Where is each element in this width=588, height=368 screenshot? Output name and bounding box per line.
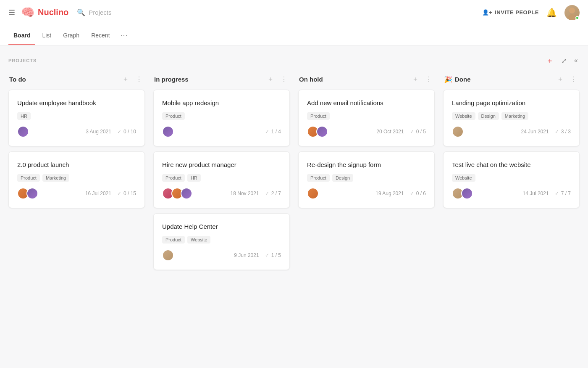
user-avatar-wrap[interactable] bbox=[564, 5, 580, 20]
card[interactable]: Re-design the signup form ProductDesign … bbox=[298, 151, 435, 208]
card-date: 16 Jul 2021 bbox=[85, 191, 111, 196]
tasks-check-icon: ✓ bbox=[410, 191, 414, 196]
card-title: Update employee handbook bbox=[17, 98, 136, 107]
tasks-count: 7 / 7 bbox=[561, 191, 571, 196]
tasks-count: 2 / 7 bbox=[271, 191, 281, 196]
tasks-count: 1 / 5 bbox=[271, 252, 281, 258]
collapse-button[interactable]: « bbox=[572, 55, 580, 66]
card-avatar bbox=[461, 188, 473, 199]
tab-recent[interactable]: Recent bbox=[86, 27, 115, 45]
card-tags: HR bbox=[17, 112, 136, 120]
card[interactable]: Mobile app redesign Product ✓ 1 / 4 bbox=[153, 90, 290, 146]
card-tasks: ✓ 3 / 3 bbox=[555, 129, 571, 135]
card[interactable]: Test live chat on the website Website 14… bbox=[443, 151, 580, 208]
card-meta-right: 3 Aug 2021 ✓ 0 / 10 bbox=[86, 129, 136, 135]
card-tags: ProductMarketing bbox=[17, 174, 136, 182]
search-area[interactable]: 🔍 Projects bbox=[77, 8, 482, 16]
tasks-check-icon: ✓ bbox=[117, 191, 121, 196]
card-avatars bbox=[162, 188, 192, 199]
card-tag: Product bbox=[17, 174, 40, 182]
column-menu-button-todo[interactable]: ⋮ bbox=[134, 74, 144, 84]
add-card-button-onhold[interactable]: ＋ bbox=[410, 74, 420, 85]
card-avatars bbox=[162, 249, 174, 261]
card-meta-right: 14 Jul 2021 ✓ 7 / 7 bbox=[523, 191, 571, 196]
card-tag: Marketing bbox=[501, 112, 528, 120]
column-actions-done: ＋ ⋮ bbox=[555, 74, 579, 85]
card-avatar bbox=[162, 126, 174, 138]
column-actions-todo: ＋ ⋮ bbox=[121, 74, 144, 85]
card-tag: Design bbox=[332, 174, 353, 182]
column-header-done: 🎉 Done ＋ ⋮ bbox=[443, 74, 580, 85]
column-menu-button-done[interactable]: ⋮ bbox=[569, 74, 579, 84]
invite-people-button[interactable]: 👤+ INVITE PEOPLE bbox=[482, 9, 539, 16]
card-meta-right: 24 Jun 2021 ✓ 3 / 3 bbox=[521, 129, 571, 135]
tasks-check-icon: ✓ bbox=[555, 191, 559, 196]
card-tasks: ✓ 0 / 10 bbox=[117, 129, 136, 135]
expand-button[interactable]: ⤢ bbox=[559, 55, 568, 66]
add-column-button[interactable]: ＋ bbox=[544, 54, 555, 67]
tabs-more-icon[interactable]: ⋯ bbox=[117, 27, 131, 43]
card-date: 9 Jun 2021 bbox=[234, 252, 259, 258]
card-meta-right: 19 Aug 2021 ✓ 0 / 6 bbox=[375, 191, 426, 196]
card-tag: Product bbox=[162, 174, 185, 182]
card[interactable]: Hire new product manager ProductHR 18 No… bbox=[153, 151, 290, 208]
card-title: Test live chat on the website bbox=[452, 160, 571, 169]
tasks-check-icon: ✓ bbox=[555, 129, 559, 135]
tab-list[interactable]: List bbox=[37, 27, 56, 45]
tasks-count: 0 / 6 bbox=[416, 191, 426, 196]
card-avatars bbox=[452, 126, 464, 138]
notification-bell-icon[interactable]: 🔔 bbox=[546, 8, 557, 18]
card-tasks: ✓ 0 / 6 bbox=[410, 191, 426, 196]
card-avatars bbox=[17, 188, 38, 199]
invite-label: INVITE PEOPLE bbox=[495, 9, 539, 16]
tasks-check-icon: ✓ bbox=[410, 129, 414, 135]
column-emoji: 🎉 bbox=[444, 75, 452, 83]
tab-board[interactable]: Board bbox=[8, 27, 35, 45]
card-title: Mobile app redesign bbox=[162, 98, 281, 107]
card[interactable]: Update Help Center ProductWebsite 9 Jun … bbox=[153, 213, 290, 270]
card-tags: Product bbox=[162, 112, 281, 120]
column-menu-button-onhold[interactable]: ⋮ bbox=[424, 74, 434, 84]
card-tasks: ✓ 0 / 5 bbox=[410, 129, 426, 135]
card-avatar bbox=[162, 249, 174, 261]
card[interactable]: Update employee handbook HR 3 Aug 2021 ✓… bbox=[8, 90, 145, 146]
column-header-inprogress: In progress ＋ ⋮ bbox=[153, 74, 290, 85]
card-tag: Product bbox=[162, 112, 185, 120]
card-title: Add new email notifications bbox=[307, 98, 426, 107]
tasks-count: 0 / 5 bbox=[416, 129, 426, 135]
card-date: 24 Jun 2021 bbox=[521, 129, 549, 135]
header-right: 👤+ INVITE PEOPLE 🔔 bbox=[482, 5, 580, 20]
menu-icon[interactable]: ☰ bbox=[8, 8, 15, 17]
card-tag: Design bbox=[478, 112, 499, 120]
card-tag: Website bbox=[452, 174, 475, 182]
card-tag: Marketing bbox=[42, 174, 69, 182]
tasks-check-icon: ✓ bbox=[265, 252, 269, 258]
add-card-button-done[interactable]: ＋ bbox=[555, 74, 565, 85]
tab-graph[interactable]: Graph bbox=[58, 27, 84, 45]
card-tasks: ✓ 1 / 4 bbox=[265, 129, 281, 135]
column-actions-onhold: ＋ ⋮ bbox=[410, 74, 434, 85]
online-status-dot bbox=[575, 16, 579, 20]
add-card-button-inprogress[interactable]: ＋ bbox=[265, 74, 276, 85]
logo: 🧠 Nuclino bbox=[21, 6, 68, 19]
card[interactable]: 2.0 product launch ProductMarketing 16 J… bbox=[8, 151, 145, 208]
card-tag: Product bbox=[307, 174, 330, 182]
card-footer: 14 Jul 2021 ✓ 7 / 7 bbox=[452, 188, 571, 199]
card-avatar bbox=[181, 188, 192, 199]
column-menu-button-inprogress[interactable]: ⋮ bbox=[279, 74, 289, 84]
card-footer: 9 Jun 2021 ✓ 1 / 5 bbox=[162, 249, 281, 261]
card-footer: 20 Oct 2021 ✓ 0 / 5 bbox=[307, 126, 426, 138]
card-avatar bbox=[26, 188, 38, 199]
tasks-check-icon: ✓ bbox=[265, 191, 269, 196]
card[interactable]: Landing page optimization WebsiteDesignM… bbox=[443, 90, 580, 146]
search-icon: 🔍 bbox=[77, 8, 85, 16]
board-actions: ＋ ⤢ « bbox=[544, 54, 580, 67]
card-date: 19 Aug 2021 bbox=[375, 191, 404, 196]
tasks-check-icon: ✓ bbox=[265, 129, 269, 135]
card-avatars bbox=[307, 188, 319, 199]
card-tasks: ✓ 7 / 7 bbox=[555, 191, 571, 196]
logo-icon: 🧠 bbox=[21, 6, 34, 19]
card[interactable]: Add new email notifications Product 20 O… bbox=[298, 90, 435, 146]
card-tag: HR bbox=[17, 112, 31, 120]
add-card-button-todo[interactable]: ＋ bbox=[121, 74, 131, 85]
